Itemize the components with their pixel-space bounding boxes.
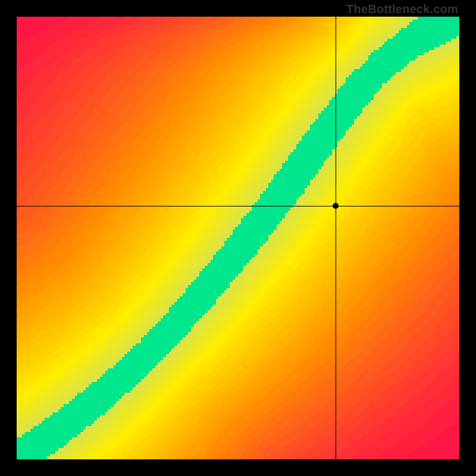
heatmap-plot bbox=[17, 17, 459, 459]
crosshair-vertical bbox=[336, 17, 336, 459]
crosshair-marker bbox=[333, 203, 339, 209]
crosshair-horizontal bbox=[17, 206, 459, 206]
chart-frame: TheBottleneck.com bbox=[0, 0, 476, 476]
watermark-text: TheBottleneck.com bbox=[346, 2, 458, 16]
heatmap-canvas bbox=[17, 17, 459, 459]
